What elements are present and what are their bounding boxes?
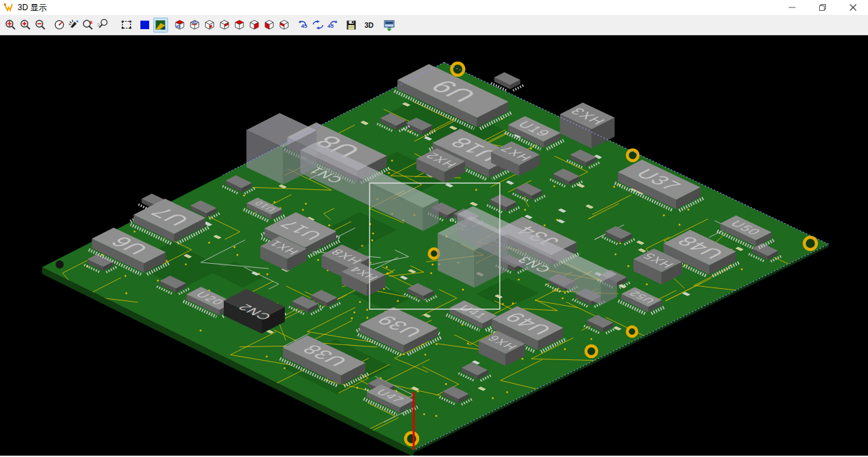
- view-iso-45-b-button[interactable]: 45: [187, 18, 202, 33]
- view-iso-45-b-icon: 45: [188, 18, 201, 32]
- zoom-window-button[interactable]: [96, 18, 111, 33]
- zoom-extents-icon: [4, 18, 18, 32]
- bg-color-blue-icon: [138, 18, 152, 32]
- pcb-3d-scene: U9U19HX3U8U18HX7HX2U37U10U7U50U17J34U6U4…: [0, 35, 868, 456]
- window-controls: [776, 0, 868, 15]
- minimize-button[interactable]: [776, 0, 807, 15]
- zoom-in-icon: [19, 18, 33, 32]
- view-iso-45-a-button[interactable]: 45: [172, 18, 187, 33]
- zoom-out-icon: [34, 18, 47, 32]
- zoom-extents-button[interactable]: [3, 18, 18, 33]
- display-output-button[interactable]: [382, 18, 397, 33]
- view-back-button[interactable]: [277, 18, 292, 33]
- view-left-icon: [262, 18, 276, 32]
- viewport-3d[interactable]: U9U19HX3U8U18HX7HX2U37U10U7U50U17J34U6U4…: [0, 35, 868, 456]
- view-front-button[interactable]: [247, 18, 262, 33]
- view-back-icon: [277, 18, 291, 32]
- view-top-button[interactable]: [232, 18, 247, 33]
- view-right-button[interactable]: [217, 18, 232, 33]
- zoom-in-button[interactable]: [18, 18, 33, 33]
- view-3d-label-button[interactable]: 3D: [362, 18, 377, 33]
- rotate-gauge-button[interactable]: [52, 18, 67, 33]
- svg-text:45: 45: [301, 23, 307, 29]
- tooling-hole: [56, 260, 64, 269]
- rotate-45-ccw-button[interactable]: 45: [296, 18, 311, 33]
- toolbar: ± 45 45: [0, 16, 868, 35]
- zoom-dynamic-button[interactable]: ±: [81, 18, 96, 33]
- view-front-icon: [248, 18, 261, 32]
- save-icon: [344, 18, 358, 32]
- board-view-green-button[interactable]: [153, 18, 168, 33]
- mounting-hole: [452, 63, 464, 75]
- board-view-green-icon: [154, 18, 167, 32]
- svg-text:45: 45: [176, 24, 181, 28]
- mounting-hole: [627, 150, 638, 161]
- pan-hand-button[interactable]: [66, 18, 81, 33]
- titlebar: 3D 显示: [0, 0, 868, 16]
- view-3d-label-icon: 3D: [363, 18, 376, 32]
- app-icon: [3, 2, 14, 13]
- mounting-hole: [804, 237, 816, 250]
- view-top-icon: [233, 18, 246, 32]
- rotate-45-ccw-icon: 45: [296, 18, 310, 32]
- pan-hand-icon: [67, 18, 81, 32]
- bg-color-blue-button[interactable]: [138, 18, 153, 33]
- mounting-hole: [429, 249, 439, 258]
- view-left-button[interactable]: [262, 18, 277, 33]
- view-right-icon: [218, 18, 231, 32]
- mounting-hole: [627, 327, 637, 336]
- view-bottom-button[interactable]: [202, 18, 217, 33]
- svg-text:±: ±: [90, 19, 93, 25]
- select-box-button[interactable]: [119, 18, 134, 33]
- rotate-45-cw-icon: 45: [326, 18, 340, 32]
- view-bottom-icon: [203, 18, 216, 32]
- zoom-dynamic-icon: ±: [81, 18, 95, 32]
- zoom-window-icon: [96, 18, 110, 32]
- rotate-45-cw-button[interactable]: 45: [326, 18, 340, 33]
- rotate-reset-button[interactable]: [311, 18, 326, 33]
- mounting-hole: [406, 433, 418, 445]
- close-button[interactable]: [837, 0, 868, 15]
- restore-button[interactable]: [807, 0, 837, 15]
- svg-text:3D: 3D: [365, 21, 374, 29]
- select-box-icon: [120, 18, 134, 32]
- rotate-reset-icon: [311, 18, 325, 32]
- window-title: 3D 显示: [18, 2, 47, 14]
- mounting-hole: [586, 346, 597, 357]
- save-button[interactable]: [344, 18, 359, 33]
- display-output-icon: [382, 18, 396, 32]
- zoom-out-button[interactable]: [33, 18, 48, 33]
- rotate-gauge-icon: [53, 18, 66, 32]
- app-window: 3D 显示: [0, 0, 868, 457]
- view-iso-45-a-icon: 45: [173, 18, 186, 32]
